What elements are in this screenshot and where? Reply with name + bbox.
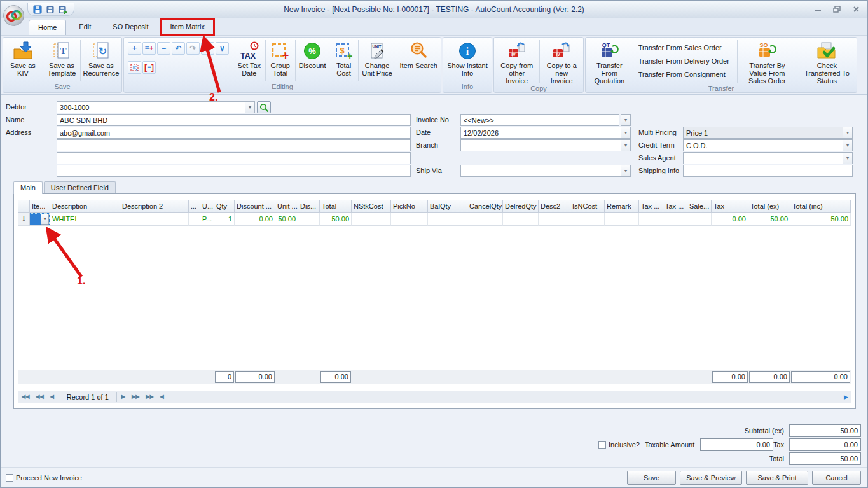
column-header-qty[interactable]: Qty [214, 200, 235, 213]
insert-item-button[interactable]: ≡+ [142, 42, 156, 55]
ship-via-input[interactable] [461, 165, 621, 176]
chevron-down-icon[interactable]: ▾ [621, 140, 630, 151]
grid-cell-balqty[interactable] [428, 213, 467, 226]
grid-cell-total-inc[interactable]: 50.00 [790, 213, 851, 226]
change-unit-price-button[interactable]: UNIT Change Unit Price [360, 39, 395, 83]
copy-from-invoice-button[interactable]: IV Copy from other Invoice [495, 39, 538, 85]
grid-cell-u[interactable]: P... [200, 213, 214, 226]
shipping-info-field[interactable] [683, 165, 853, 177]
column-header-delredqty[interactable]: DelredQty [503, 200, 539, 213]
column-header-blank[interactable]: ... [189, 200, 200, 213]
item-cell-dropdown-button[interactable]: ▾ [41, 214, 49, 225]
item-list-button[interactable]: [≡] [142, 61, 156, 74]
transfer-from-consignment-button[interactable]: Transfer From Consignment [636, 69, 732, 80]
grid-cell-description-2[interactable] [120, 213, 189, 226]
check-transferred-button[interactable]: Check Transferred To Status [799, 39, 855, 85]
chevron-down-icon[interactable]: ▾ [843, 127, 852, 138]
column-header-tax[interactable]: Tax [712, 200, 748, 213]
column-header-pickno[interactable]: PickNo [391, 200, 428, 213]
debtor-search-button[interactable] [257, 101, 271, 113]
grid-cell-delredqty[interactable] [503, 213, 539, 226]
sales-agent-combo[interactable]: ▾ [683, 152, 853, 164]
delete-item-button[interactable]: − [157, 42, 170, 55]
group-total-button[interactable]: + Group Total [267, 39, 294, 83]
sales-agent-input[interactable] [684, 153, 843, 164]
column-header-sale[interactable]: Sale... [687, 200, 712, 213]
transfer-from-quotation-button[interactable]: QT Transfer From Quotation [587, 39, 632, 85]
grid-cell-tax[interactable] [663, 213, 687, 226]
next-record-button[interactable]: ▶ [118, 394, 128, 400]
chevron-down-icon[interactable]: ▾ [621, 165, 630, 176]
row-indicator-header[interactable] [18, 200, 30, 213]
save-as-kiv-button[interactable]: Save as KIV [4, 39, 41, 83]
next-page-button[interactable]: ▶▶ [128, 394, 142, 400]
column-header-nstkcost[interactable]: NStkCost [352, 200, 391, 213]
date-input[interactable] [461, 127, 621, 138]
grid-cell-dis[interactable] [298, 213, 320, 226]
scroll-left-button[interactable]: ◀ [157, 394, 167, 400]
grid-cell-tax[interactable]: 0.00 [712, 213, 748, 226]
autocount-logo[interactable] [3, 5, 24, 26]
grid-cell-description[interactable]: WHITEL [50, 213, 120, 226]
range-select-button[interactable] [128, 61, 141, 74]
save-icon[interactable] [33, 5, 42, 14]
prior-page-button[interactable]: ◀◀ [32, 394, 46, 400]
column-header-description[interactable]: Description [50, 200, 120, 213]
multi-pricing-combo[interactable]: ▾ [683, 127, 853, 139]
address-input-2[interactable] [57, 140, 410, 151]
column-header-total-inc[interactable]: Total (inc) [790, 200, 851, 213]
set-tax-date-button[interactable]: TAX Set Tax Date [235, 39, 264, 83]
credit-term-input[interactable] [684, 140, 843, 151]
close-button[interactable] [850, 4, 862, 14]
grid-cell-desc2[interactable] [539, 213, 570, 226]
save-and-preview-button[interactable]: Save & Preview [680, 471, 742, 485]
debtor-combo[interactable]: ▾ [57, 101, 255, 113]
branch-combo[interactable]: ▾ [460, 139, 631, 151]
column-header-desc2[interactable]: Desc2 [539, 200, 570, 213]
shipping-info-input[interactable] [684, 165, 852, 176]
column-header-cancelqty[interactable]: CancelQty [467, 200, 503, 213]
transfer-from-sales-order-button[interactable]: Transfer From Sales Order [636, 42, 732, 53]
add-item-button[interactable]: + [128, 42, 141, 55]
tab-home[interactable]: Home [29, 20, 66, 35]
save-and-print-button[interactable]: Save & Print [746, 471, 808, 485]
inclusive-checkbox[interactable] [598, 441, 606, 449]
save-as-recurrence-button[interactable]: ↻ Save as Recurrence [82, 39, 120, 83]
grid-cell-pickno[interactable] [391, 213, 428, 226]
column-header-balqty[interactable]: BalQty [428, 200, 467, 213]
transfer-by-value-button[interactable]: SO Transfer By Value From Sales Order [739, 39, 796, 85]
chevron-down-icon[interactable]: ▾ [621, 127, 630, 138]
column-header-total-ex[interactable]: Total (ex) [748, 200, 790, 213]
item-search-button[interactable]: Item Search [397, 39, 439, 83]
tab-user-defined-field[interactable]: User Defined Field [44, 181, 116, 194]
grid-cell-total-ex[interactable]: 50.00 [748, 213, 790, 226]
tab-item-matrix[interactable]: Item Matrix [162, 20, 214, 35]
prior-record-button[interactable]: ◀ [47, 394, 57, 400]
grid-cell-isncost[interactable] [570, 213, 605, 226]
column-header-tax[interactable]: Tax ... [663, 200, 687, 213]
grid-cell-sale[interactable] [687, 213, 712, 226]
total-cost-button[interactable]: $+ Total Cost [331, 39, 356, 83]
column-header-description-2[interactable]: Description 2 [120, 200, 189, 213]
column-header-u[interactable]: U... [200, 200, 214, 213]
tab-edit[interactable]: Edit [70, 20, 100, 35]
address-field-2[interactable] [57, 139, 411, 151]
grid-cell-item-selected[interactable]: ▾ [30, 213, 50, 226]
tab-so-deposit[interactable]: SO Deposit [104, 20, 157, 35]
address-input-1[interactable] [57, 127, 410, 138]
proceed-new-invoice-checkbox[interactable] [6, 474, 13, 482]
discount-button[interactable]: % Discount [297, 39, 328, 83]
scroll-right-button[interactable]: ▶ [844, 394, 851, 400]
minimize-button[interactable] [811, 4, 824, 14]
column-header-remark[interactable]: Remark [605, 200, 639, 213]
column-header-tax[interactable]: Tax ... [639, 200, 663, 213]
last-record-button[interactable]: ▶▶ [142, 394, 156, 400]
save-button[interactable]: Save [627, 471, 676, 485]
column-header-dis[interactable]: Dis... [298, 200, 320, 213]
date-combo[interactable]: ▾ [460, 127, 631, 139]
credit-term-combo[interactable]: ▾ [683, 139, 853, 151]
column-header-isncost[interactable]: IsNCost [570, 200, 605, 213]
grid-cell-cancelqty[interactable] [467, 213, 503, 226]
cancel-button[interactable]: Cancel [812, 471, 861, 485]
chevron-down-icon[interactable]: ▾ [245, 102, 254, 113]
